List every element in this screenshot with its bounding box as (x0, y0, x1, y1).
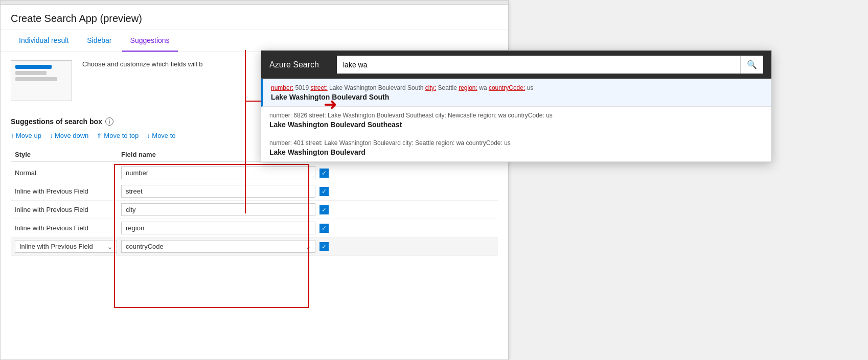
suggestion-item-3[interactable]: number: 401 street: Lake Washington Boul… (261, 134, 771, 162)
suggestion-name-1: Lake Washington Boulevard South (271, 93, 763, 101)
move-down-icon: ↓ (50, 132, 53, 139)
field-input-street[interactable] (121, 185, 315, 198)
value-number-1: 5019 (295, 84, 310, 91)
main-window: Create Search App (preview) Individual r… (0, 0, 868, 360)
table-row: Inline with Previous Field ✓ (11, 201, 498, 219)
field-input-number[interactable] (121, 166, 315, 179)
checkbox-cell: ✓ (319, 187, 391, 196)
value-city-1: Seattle (438, 84, 459, 91)
move-to-top-button[interactable]: ⇑ Move to top (97, 132, 139, 139)
azure-search-panel: Azure Search 🔍 number: 5019 street: Lake… (261, 50, 772, 162)
style-cell: Normal (15, 169, 117, 177)
tab-sidebar[interactable]: Sidebar (79, 30, 120, 52)
value-region-1: wa (479, 84, 489, 91)
field-cell (121, 222, 315, 234)
move-up-icon: ↑ (11, 132, 14, 139)
field-cell (121, 203, 315, 216)
azure-header: Azure Search 🔍 (261, 51, 771, 79)
style-cell: Inline with Previous Field (15, 187, 117, 195)
table-row: Normal ✓ (11, 164, 498, 182)
page-title: Create Search App (preview) (1, 5, 508, 30)
preview-line-short (15, 71, 47, 75)
field-cell (121, 185, 315, 198)
table-row: Inline with Previous Field ✓ (11, 219, 498, 237)
table-row-last: Inline with Previous Field Normal countr… (11, 237, 498, 256)
suggestion-item-2[interactable]: number: 6826 street: Lake Washington Bou… (261, 107, 771, 134)
tab-suggestions[interactable]: Suggestions (122, 30, 178, 52)
label-number-3: number: 401 street: Lake Washington Boul… (269, 139, 511, 147)
value-street-1: Lake Washington Boulevard South (329, 84, 425, 91)
azure-search-input[interactable] (337, 57, 740, 73)
move-to-bottom-button[interactable]: ↓ Move to (147, 132, 175, 139)
style-select[interactable]: Inline with Previous Field Normal (15, 240, 117, 253)
field-select-countrycode[interactable]: countryCode (121, 240, 315, 253)
suggestions-list: number: 5019 street: Lake Washington Bou… (261, 79, 771, 162)
col-style-header: Style (15, 151, 117, 158)
suggestion-meta-2: number: 6826 street: Lake Washington Bou… (269, 112, 763, 119)
style-cell: Inline with Previous Field (15, 224, 117, 232)
move-to-bottom-icon: ↓ (147, 132, 150, 139)
label-region-1: region: (459, 84, 477, 91)
checkbox-cell: ✓ (319, 224, 391, 233)
choose-text: Choose and customize which fields will b (82, 60, 203, 68)
checkbox-number[interactable]: ✓ (319, 169, 329, 178)
checkbox-region[interactable]: ✓ (319, 224, 329, 233)
preview-line-medium (15, 77, 57, 81)
azure-search-button[interactable]: 🔍 (740, 56, 763, 74)
field-select-wrapper: countryCode (121, 240, 315, 253)
checkbox-city[interactable]: ✓ (319, 205, 329, 214)
info-icon[interactable]: i (105, 117, 113, 126)
label-number-1: number: (271, 84, 293, 91)
move-down-button[interactable]: ↓ Move down (50, 132, 88, 139)
suggestion-meta-3: number: 401 street: Lake Washington Boul… (269, 139, 763, 147)
move-to-top-icon: ⇑ (97, 132, 102, 139)
suggestion-meta-1: number: 5019 street: Lake Washington Bou… (271, 84, 763, 91)
label-code-1: countryCode: (489, 84, 525, 91)
label-street-1: street: (310, 84, 327, 91)
preview-box (11, 60, 72, 101)
style-cell: Inline with Previous Field (15, 206, 117, 213)
label-city-1: city: (425, 84, 436, 91)
suggestion-name-2: Lake Washington Boulevard Southeast (269, 121, 763, 129)
red-arrow: ➜ (324, 96, 337, 112)
checkbox-countrycode[interactable]: ✓ (319, 242, 329, 251)
suggestion-item-1[interactable]: number: 5019 street: Lake Washington Bou… (261, 79, 771, 107)
tab-individual-result[interactable]: Individual result (11, 30, 77, 52)
value-code-1: us (527, 84, 534, 91)
tab-bar: Individual result Sidebar Suggestions (1, 30, 508, 52)
field-input-region[interactable] (121, 222, 315, 234)
checkbox-cell: ✓ (319, 169, 391, 178)
checkbox-cell: ✓ (319, 205, 391, 214)
suggestion-name-3: Lake Washington Boulevard (269, 148, 763, 156)
azure-title: Azure Search (269, 60, 331, 69)
azure-search-bar: 🔍 (337, 56, 763, 74)
titlebar (1, 1, 508, 5)
checkbox-cell: ✓ (319, 242, 391, 251)
table-row: Inline with Previous Field ✓ (11, 182, 498, 201)
preview-line-highlight (15, 65, 52, 69)
field-select-cell: countryCode (121, 240, 315, 253)
style-select-cell: Inline with Previous Field Normal (15, 240, 117, 253)
move-up-button[interactable]: ↑ Move up (11, 132, 41, 139)
style-select-wrapper: Inline with Previous Field Normal (15, 240, 117, 253)
field-input-city[interactable] (121, 203, 315, 216)
label-number-2: number: 6826 street: Lake Washington Bou… (269, 112, 553, 119)
field-cell (121, 166, 315, 179)
checkbox-street[interactable]: ✓ (319, 187, 329, 196)
